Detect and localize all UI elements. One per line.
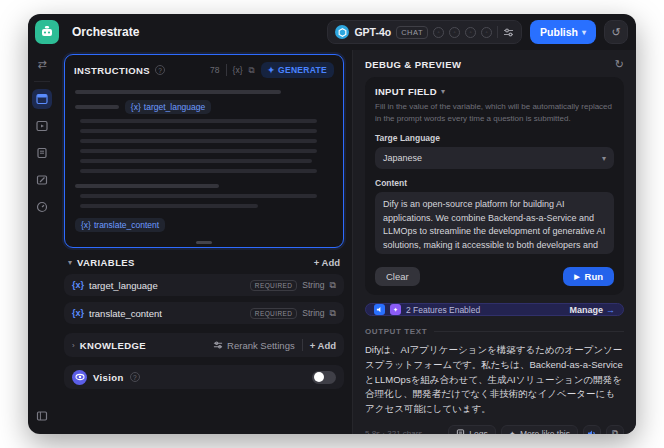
capability-icon-2: ◦: [449, 27, 460, 38]
text-to-speech-button[interactable]: [583, 425, 601, 434]
chevron-right-icon[interactable]: ›: [72, 341, 75, 350]
capability-icon-4: ◦: [481, 27, 492, 38]
add-knowledge-button[interactable]: + Add: [310, 340, 336, 351]
char-count: 78: [210, 65, 219, 75]
manage-features-button[interactable]: Manage →: [569, 305, 615, 315]
debug-title: DEBUG & PREVIEW: [365, 59, 461, 70]
vision-section: Vision ?: [64, 365, 344, 389]
top-bar: Orchestrate GPT-4o CHAT ◦ ◦ ◦ ◦ Publish …: [28, 14, 636, 50]
sidebar-item-orchestrate[interactable]: [32, 89, 52, 109]
redacted-text-line: [80, 169, 317, 173]
output-text-title: OUTPUT TEXT: [365, 327, 427, 336]
features-enabled-text: 2 Features Enabled: [406, 305, 480, 315]
generate-label: GENERATE: [278, 65, 327, 75]
target-language-select[interactable]: Japanese ▾: [375, 147, 614, 169]
variable-chip-label: translate_content: [94, 220, 159, 230]
variable-row-target-language[interactable]: {x} target_language REQUIRED String ⧉: [64, 274, 344, 296]
debug-header: DEBUG & PREVIEW ↻: [365, 58, 624, 71]
instructions-title: INSTRUCTIONS: [74, 65, 150, 76]
log-icon: [456, 429, 465, 434]
variable-type: String: [302, 280, 324, 290]
model-params-sliders-icon[interactable]: [503, 27, 514, 38]
redacted-text-line: [80, 129, 317, 133]
knowledge-section[interactable]: › KNOWLEDGE Rerank Settings + Add: [64, 333, 344, 357]
sparkle-icon: ✦: [509, 429, 516, 434]
divider: [497, 26, 498, 38]
run-button[interactable]: ▶ Run: [563, 267, 614, 286]
manage-label: Manage: [569, 305, 603, 315]
publish-button[interactable]: Publish ▾: [530, 20, 596, 44]
orchestrate-column: INSTRUCTIONS ? 78 {x} ⧉ ✦ GENERATE: [56, 50, 352, 434]
chevron-down-icon[interactable]: ▾: [68, 258, 72, 267]
vision-toggle[interactable]: [312, 371, 336, 384]
insert-variable-icon[interactable]: {x}: [233, 65, 243, 75]
sidebar-item-monitoring[interactable]: [32, 197, 52, 217]
vision-title: Vision: [93, 372, 124, 383]
sidebar-item-preview[interactable]: [32, 116, 52, 136]
variable-row-translate-content[interactable]: {x} translate_content REQUIRED String ⧉: [64, 302, 344, 324]
rerank-settings-button[interactable]: Rerank Settings: [213, 340, 295, 351]
chevron-down-icon: ▾: [582, 28, 586, 37]
model-name: GPT-4o: [354, 26, 391, 38]
variable-settings-icon[interactable]: ⧉: [330, 308, 336, 319]
app-window: Orchestrate GPT-4o CHAT ◦ ◦ ◦ ◦ Publish …: [28, 14, 636, 434]
instructions-panel: INSTRUCTIONS ? 78 {x} ⧉ ✦ GENERATE: [64, 54, 344, 248]
clear-button[interactable]: Clear: [375, 267, 420, 286]
input-field-description: Fill in the value of the variable, which…: [375, 101, 614, 124]
braces-icon: {x}: [72, 280, 84, 290]
redacted-text-line: [80, 149, 317, 153]
variable-chip-translate-content[interactable]: {x} translate_content: [75, 218, 165, 232]
redacted-text-line: [80, 204, 258, 208]
sliders-icon: [213, 340, 223, 350]
sparkle-icon: ✦: [268, 65, 275, 75]
features-enabled-bar: ✦ 2 Features Enabled Manage →: [365, 303, 624, 316]
selected-language: Japanese: [383, 153, 422, 163]
braces-icon: {x}: [131, 102, 141, 112]
redacted-text-line: [80, 194, 317, 198]
instructions-header: INSTRUCTIONS ? 78 {x} ⧉ ✦ GENERATE: [65, 55, 343, 82]
version-history-button[interactable]: ↺: [604, 20, 628, 44]
play-icon: ▶: [574, 273, 579, 281]
redacted-text-line: [75, 90, 281, 94]
logs-button[interactable]: Logs: [448, 425, 495, 434]
content-textarea[interactable]: Dify is an open-source platform for buil…: [375, 192, 614, 254]
more-like-this-button[interactable]: ✦ More like this: [501, 425, 578, 434]
divider: [226, 64, 227, 76]
collapse-sidebar-icon[interactable]: [32, 406, 52, 426]
sidebar-item-logs[interactable]: [32, 143, 52, 163]
variables-header: ▾ VARIABLES + Add: [64, 248, 344, 274]
variable-chip-label: target_language: [144, 102, 205, 112]
redacted-text-line: [80, 159, 312, 163]
arrow-right-icon: →: [606, 305, 615, 315]
chevron-down-icon: ▾: [602, 154, 606, 163]
copy-icon[interactable]: ⧉: [248, 65, 254, 76]
rerank-settings-label: Rerank Settings: [227, 340, 295, 351]
app-logo-robot-icon[interactable]: [35, 20, 59, 44]
divider: [34, 81, 50, 82]
redacted-text-line: [80, 139, 317, 143]
resize-handle[interactable]: [196, 241, 212, 244]
content-label: Content: [375, 178, 614, 188]
redacted-text-line: [75, 105, 119, 109]
required-badge: REQUIRED: [250, 308, 298, 319]
chat-mode-badge: CHAT: [396, 26, 428, 39]
input-field-header[interactable]: INPUT FIELD ▾: [375, 86, 614, 97]
copy-output-button[interactable]: ⧉: [606, 425, 624, 434]
sidebar-item-annotation[interactable]: [32, 170, 52, 190]
model-selector[interactable]: GPT-4o CHAT ◦ ◦ ◦ ◦: [327, 20, 522, 44]
output-text-header: OUTPUT TEXT: [365, 327, 624, 336]
capability-icon-1: ◦: [433, 27, 444, 38]
add-variable-button[interactable]: + Add: [314, 257, 340, 268]
generate-button[interactable]: ✦ GENERATE: [261, 62, 334, 78]
redacted-text-line: [80, 119, 317, 123]
required-badge: REQUIRED: [250, 280, 298, 291]
variable-name: target_language: [89, 280, 158, 291]
prompt-editor[interactable]: {x} target_language {x} tran: [65, 82, 343, 247]
switch-app-icon[interactable]: ⇄: [32, 54, 52, 74]
knowledge-title: KNOWLEDGE: [80, 340, 146, 351]
openai-model-icon: [335, 25, 349, 39]
variable-settings-icon[interactable]: ⧉: [330, 280, 336, 291]
capability-icon-3: ◦: [465, 27, 476, 38]
refresh-icon[interactable]: ↻: [615, 58, 624, 71]
variable-chip-target-language[interactable]: {x} target_language: [125, 100, 211, 114]
